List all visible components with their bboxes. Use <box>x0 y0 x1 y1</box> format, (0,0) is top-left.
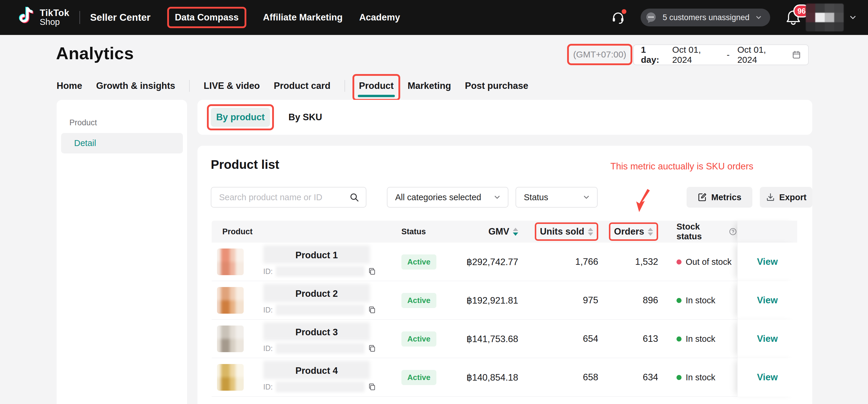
blurred-id <box>276 266 365 277</box>
view-link[interactable]: View <box>757 334 778 344</box>
avatar[interactable] <box>806 4 844 31</box>
copy-id-icon[interactable] <box>368 267 376 276</box>
page: TikTok Shop Seller Center Data Compass A… <box>0 0 868 404</box>
copy-id-icon[interactable] <box>368 344 376 353</box>
units-sold-value: 654 <box>520 334 603 344</box>
brand-line2: Shop <box>40 18 69 27</box>
by-product-label: By product <box>216 112 265 123</box>
col-units-sortable[interactable]: Units sold <box>520 223 603 241</box>
stock-dot-in <box>677 375 682 380</box>
col-orders-sortable[interactable]: Orders <box>603 223 660 241</box>
chevron-down-icon <box>582 193 591 201</box>
nav-item-seller-center[interactable]: Seller Center <box>90 12 151 23</box>
stock-status-help-icon[interactable] <box>729 227 737 236</box>
nav-right: 5 customers unassigned 96 <box>611 4 857 31</box>
stock-status-value: In stock <box>686 373 715 382</box>
sort-icon-orders <box>648 228 653 236</box>
col-gmv-sortable[interactable]: GMV <box>437 226 520 237</box>
gmv-value: ฿192,921.81 <box>437 295 520 306</box>
col-units-label: Units sold <box>540 226 584 237</box>
product-thumbnail <box>217 248 244 275</box>
col-stock-label: Stock status <box>677 222 725 241</box>
product-thumbnail <box>217 326 244 352</box>
product-cell: Product 1 ID: <box>212 247 401 277</box>
table-row: Product 3 ID: Active ฿141,753.68 654 613… <box>212 319 797 358</box>
nav-item-data-compass[interactable]: Data Compass <box>167 7 246 28</box>
status-badge: Active <box>401 370 436 385</box>
date-range-picker[interactable]: 1 day: Oct 01, 2024 - Oct 01, 2024 <box>633 44 809 65</box>
table-row: Product 4 ID: Active ฿140,854.18 658 634… <box>212 358 797 397</box>
product-name: Product 2 <box>296 289 338 299</box>
nav-item-academy[interactable]: Academy <box>359 12 400 23</box>
brand-line1: TikTok <box>40 8 69 18</box>
tab-growth-insights[interactable]: Growth & insights <box>96 79 175 93</box>
nav-divider <box>80 11 80 24</box>
view-link[interactable]: View <box>757 295 778 306</box>
stock-status-value: In stock <box>686 296 715 305</box>
col-stock: Stock status <box>660 222 737 241</box>
col-gmv-label: GMV <box>488 226 509 237</box>
product-name: Product 4 <box>296 366 338 376</box>
export-button[interactable]: Export <box>760 187 812 208</box>
nav-item-affiliate-marketing[interactable]: Affiliate Marketing <box>263 12 343 23</box>
units-sold-value: 658 <box>520 372 603 383</box>
calendar-icon <box>792 50 801 60</box>
analytics-tabs: Home Growth & insights LIVE & video Prod… <box>57 73 528 98</box>
support-alert-dot <box>622 9 626 14</box>
chevron-down-icon <box>493 193 501 201</box>
status-filter-dropdown[interactable]: Status <box>516 187 598 208</box>
range-label: 1 day: <box>641 45 664 65</box>
tab-product[interactable]: Product <box>359 79 394 93</box>
col-product: Product <box>212 227 401 236</box>
metrics-button[interactable]: Metrics <box>687 187 752 208</box>
blurred-id <box>276 304 365 315</box>
sidebar-item-detail[interactable]: Detail <box>61 133 183 154</box>
stock-dot-out <box>677 260 682 265</box>
account-chevron-down-icon[interactable] <box>848 13 857 22</box>
edit-metrics-icon <box>698 193 707 202</box>
units-sold-value: 1,766 <box>520 257 603 267</box>
tab-marketing[interactable]: Marketing <box>408 79 451 93</box>
col-action <box>737 221 797 243</box>
tab-live-video[interactable]: LIVE & video <box>204 79 260 93</box>
tab-divider <box>344 80 345 92</box>
tab-product-card[interactable]: Product card <box>274 79 331 93</box>
status-filter-value: Status <box>524 193 548 202</box>
product-list-card: Product list This metric auctually is SK… <box>197 146 812 404</box>
view-link[interactable]: View <box>757 257 778 267</box>
tab-divider <box>189 80 190 92</box>
chevron-down-icon <box>755 13 763 21</box>
tab-post-purchase[interactable]: Post purchase <box>465 79 528 93</box>
units-sold-annotation-box: Units sold <box>535 223 598 241</box>
orders-annotation-box: Orders <box>609 223 658 241</box>
export-button-label: Export <box>779 193 807 202</box>
tiktok-note-icon <box>17 6 36 29</box>
sidebar-group-label: Product <box>69 118 97 127</box>
category-filter-dropdown[interactable]: All categories selected <box>387 187 508 208</box>
search-box[interactable] <box>211 187 366 208</box>
page-title: Analytics <box>56 43 134 63</box>
id-label: ID: <box>263 344 273 353</box>
tab-home[interactable]: Home <box>57 79 82 93</box>
support-headset-icon[interactable] <box>611 10 625 25</box>
timezone-annotation-box: (GMT+07:00) <box>567 44 632 65</box>
search-icon[interactable] <box>349 192 359 202</box>
status-badge: Active <box>401 331 436 346</box>
stock-status-value: Out of stock <box>686 257 732 267</box>
product-thumbnail <box>217 364 244 391</box>
blurred-id <box>276 343 365 354</box>
id-label: ID: <box>263 267 273 276</box>
col-orders-label: Orders <box>614 226 644 237</box>
view-link[interactable]: View <box>757 372 778 383</box>
metrics-button-label: Metrics <box>711 193 741 202</box>
segment-by-sku[interactable]: By SKU <box>288 108 322 127</box>
notifications-bell[interactable]: 96 <box>785 9 801 26</box>
copy-id-icon[interactable] <box>368 305 376 314</box>
copy-id-icon[interactable] <box>368 382 376 391</box>
product-cell: Product 4 ID: <box>212 363 401 392</box>
tiktok-shop-logo[interactable]: TikTok Shop <box>17 6 69 29</box>
search-input[interactable] <box>219 193 349 202</box>
units-sold-value: 975 <box>520 295 603 306</box>
customers-unassigned-pill[interactable]: 5 customers unassigned <box>641 9 770 26</box>
segment-by-product[interactable]: By product <box>211 108 270 127</box>
